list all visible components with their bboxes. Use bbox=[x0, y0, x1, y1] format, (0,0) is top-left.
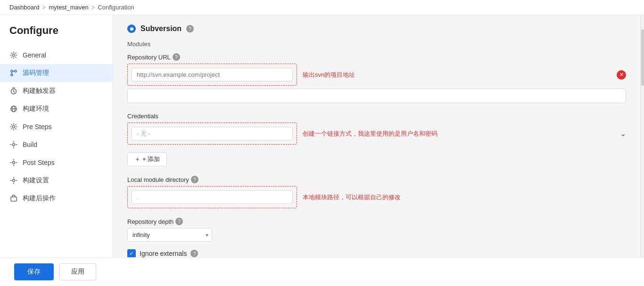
sidebar-item-build[interactable]: Build bbox=[0, 136, 113, 154]
credentials-label: Credentials bbox=[127, 113, 626, 120]
local-module-annotated-box bbox=[127, 186, 297, 208]
clock-icon bbox=[9, 87, 18, 95]
scm-question-badge[interactable]: ? bbox=[186, 25, 194, 33]
repo-depth-select[interactable]: infinity empty files immediates bbox=[127, 228, 212, 242]
credentials-dropdown-chevron[interactable]: ⌄ bbox=[620, 129, 626, 138]
sidebar-item-label: Build bbox=[23, 141, 37, 148]
repo-url-input[interactable] bbox=[132, 68, 293, 82]
bottom-action-bar: 保存 应用 bbox=[0, 257, 644, 286]
repo-url-question-badge[interactable]: ? bbox=[173, 53, 180, 61]
scrollbar-thumb[interactable] bbox=[641, 29, 644, 86]
local-module-label: Local module directory ? bbox=[127, 176, 626, 183]
gear-icon bbox=[9, 123, 18, 131]
sidebar-item-pre-steps[interactable]: Pre Steps bbox=[0, 118, 113, 136]
local-module-section: Local module directory ? 本地模块路径，可以根据自己的修… bbox=[127, 176, 626, 208]
configure-title: Configure bbox=[0, 25, 113, 46]
ignore-externals-question-badge[interactable]: ? bbox=[190, 250, 198, 257]
gear-icon bbox=[9, 51, 18, 59]
ignore-externals-label: Ignore externals bbox=[140, 250, 187, 257]
breadcrumb-sep-2: > bbox=[91, 4, 95, 11]
credentials-section: Credentials - 无 - 创建一个链接方式，我这里使用的是用户名和密码… bbox=[127, 113, 626, 166]
scm-type-label: Subversion bbox=[140, 25, 182, 33]
breadcrumb-sep-1: > bbox=[42, 4, 46, 11]
sidebar-item-label: Pre Steps bbox=[23, 123, 51, 131]
svg-point-10 bbox=[13, 126, 15, 128]
sidebar-item-post-steps[interactable]: Post Steps bbox=[0, 154, 113, 172]
repo-url-label: Repository URL ? bbox=[127, 53, 626, 61]
globe-icon bbox=[9, 105, 18, 113]
local-module-question-badge[interactable]: ? bbox=[191, 176, 198, 183]
repo-url-close-button[interactable]: ✕ bbox=[617, 70, 626, 80]
save-button[interactable]: 保存 bbox=[14, 263, 54, 280]
sidebar: Configure General 源码管理 构建触发器 构建环境 bbox=[0, 15, 113, 257]
scm-indicator bbox=[127, 25, 136, 33]
sidebar-item-general[interactable]: General bbox=[0, 46, 113, 64]
breadcrumb-project[interactable]: mytest_maven bbox=[49, 4, 89, 11]
breadcrumb-dashboard[interactable]: Dashboard bbox=[9, 4, 40, 11]
sidebar-item-post-build[interactable]: 构建后操作 bbox=[0, 189, 113, 207]
sidebar-item-label: 构建环境 bbox=[23, 105, 49, 113]
svg-rect-14 bbox=[11, 197, 17, 201]
content-area: Subversion ? Modules Repository URL ? 输出… bbox=[113, 15, 640, 257]
scm-section-header: Subversion ? bbox=[127, 25, 626, 33]
add-icon: ＋ bbox=[134, 155, 140, 163]
svg-point-13 bbox=[13, 180, 15, 182]
sidebar-item-label: 构建触发器 bbox=[23, 87, 56, 95]
repo-depth-section: Repository depth ? infinity empty files … bbox=[127, 218, 626, 242]
sidebar-item-label: 构建后操作 bbox=[23, 194, 56, 203]
repo-url-full-input-row bbox=[127, 89, 626, 103]
gear-icon bbox=[9, 140, 18, 149]
sidebar-item-build-env[interactable]: 构建环境 bbox=[0, 100, 113, 118]
ignore-externals-row: Ignore externals ? bbox=[127, 249, 626, 257]
svg-point-11 bbox=[13, 144, 15, 146]
repo-depth-label: Repository depth ? bbox=[127, 218, 626, 225]
modules-label: Modules bbox=[127, 41, 626, 48]
repo-url-annotation-text: 输出svn的项目地址 bbox=[303, 71, 611, 79]
sidebar-item-build-trigger[interactable]: 构建触发器 bbox=[0, 82, 113, 100]
local-module-input[interactable] bbox=[132, 190, 293, 204]
repo-url-section: Repository URL ? 输出svn的项目地址 ✕ bbox=[127, 53, 626, 103]
box-icon bbox=[9, 194, 18, 203]
svg-point-1 bbox=[11, 74, 13, 76]
svg-point-3 bbox=[11, 70, 13, 72]
sidebar-item-label: Post Steps bbox=[23, 159, 55, 166]
repo-url-full-input[interactable] bbox=[127, 89, 626, 103]
breadcrumb-current: Configuration bbox=[98, 4, 134, 11]
git-icon bbox=[9, 69, 18, 77]
repo-depth-question-badge[interactable]: ? bbox=[175, 218, 183, 225]
repo-url-annotated-box bbox=[127, 64, 297, 86]
credentials-annotated-box: - 无 - bbox=[127, 123, 297, 145]
sidebar-item-label: 源码管理 bbox=[23, 69, 49, 77]
credentials-select[interactable]: - 无 - bbox=[132, 127, 293, 140]
credentials-annotation-text: 创建一个链接方式，我这里使用的是用户名和密码 bbox=[303, 130, 614, 138]
ignore-externals-checkbox[interactable] bbox=[127, 249, 136, 257]
sidebar-item-build-settings[interactable]: 构建设置 bbox=[0, 172, 113, 189]
breadcrumb: Dashboard > mytest_maven > Configuration bbox=[0, 0, 644, 15]
apply-button[interactable]: 应用 bbox=[59, 263, 96, 280]
svg-point-12 bbox=[13, 162, 15, 164]
gear-icon bbox=[9, 176, 18, 185]
svg-point-0 bbox=[13, 54, 15, 57]
scrollbar[interactable] bbox=[640, 15, 644, 257]
gear-icon bbox=[9, 158, 18, 167]
sidebar-item-source-management[interactable]: 源码管理 bbox=[0, 64, 113, 82]
svg-point-2 bbox=[15, 70, 17, 72]
add-credentials-button[interactable]: ＋ + 添加 bbox=[127, 152, 167, 166]
sidebar-item-label: 构建设置 bbox=[23, 176, 49, 185]
local-module-annotation-text: 本地模块路径，可以根据自己的修改 bbox=[303, 193, 626, 202]
sidebar-item-label: General bbox=[23, 51, 46, 59]
